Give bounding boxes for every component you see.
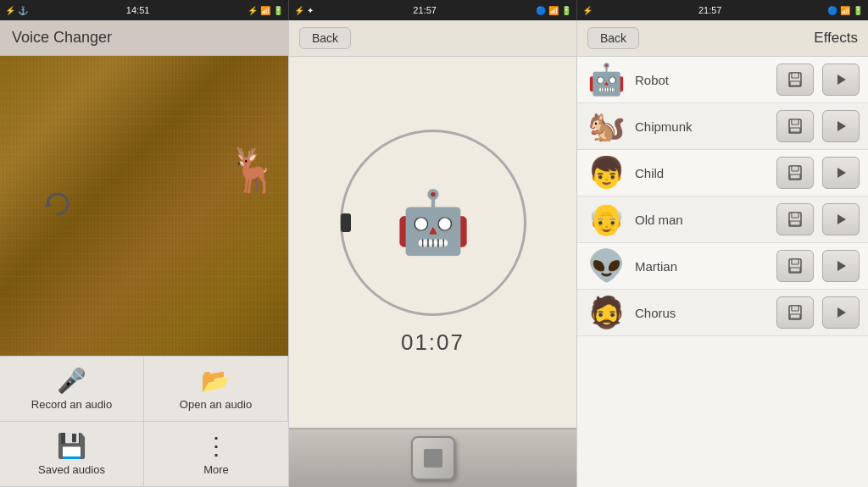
stop-icon [424,449,442,468]
saved-audios-button[interactable]: 💾 Saved audios [0,422,144,487]
status-bar-3: ⚡ 21:57 🔵 📶 🔋 [576,0,868,20]
svg-rect-19 [794,213,797,217]
save-icon: 💾 [57,432,86,460]
save-icon-5 [787,304,804,321]
microphone-icon: 🎤 [57,367,86,395]
effects-list: 🤖 Robot 🐿️ Chipmunk [577,57,868,487]
effect-save-btn-4[interactable] [776,250,814,282]
save-icon-1 [787,118,804,135]
effect-emoji-3: 👴 [586,202,626,237]
effect-save-btn-5[interactable] [776,296,814,329]
recording-main: 🤖 01:07 [289,57,576,428]
effect-save-btn-2[interactable] [776,157,814,189]
effect-name-5: Chorus [635,306,768,320]
play-icon-1 [833,119,849,134]
svg-rect-23 [790,268,800,272]
play-icon-5 [833,305,849,320]
open-audio-label: Open an audio [180,398,252,411]
save-icon-2 [787,164,804,181]
effect-name-3: Old man [635,213,768,227]
svg-rect-18 [790,221,800,225]
status-bar-1-right-icons: ⚡ 📶 🔋 [248,6,283,15]
play-icon-3 [833,212,849,227]
effect-play-btn-4[interactable] [822,250,860,282]
panel-1-background: 🦌 [0,56,288,356]
refresh-icon-container [42,189,73,223]
effect-emoji-0: 🤖 [586,62,626,97]
recording-panel: Back 🤖 01:07 [288,20,576,487]
voice-changer-panel: Voice Changer 🦌 🎤 Record an audio 📂 Open… [0,20,288,487]
effects-header: Back Effects [577,20,868,57]
open-audio-button[interactable]: 📂 Open an audio [144,357,288,422]
effects-panel: Back Effects 🤖 Robot 🐿️ Chipmunk [576,20,868,487]
stop-button[interactable] [411,436,455,480]
svg-rect-24 [794,260,797,263]
panel-1-header: Voice Changer [0,20,288,56]
saved-audios-label: Saved audios [38,463,105,476]
effect-emoji-5: 🧔 [586,295,626,330]
refresh-icon [42,189,73,219]
effect-name-2: Child [635,166,768,180]
effect-save-btn-0[interactable] [776,64,814,96]
svg-rect-13 [790,174,800,179]
effect-play-btn-5[interactable] [822,296,860,329]
svg-marker-30 [837,307,846,318]
status-bar-1: ⚡ ⚓ 14:51 ⚡ 📶 🔋 [0,0,288,20]
more-label: More [203,463,229,476]
svg-marker-15 [837,168,846,178]
effect-row: 👽 Martian [577,243,868,290]
more-button[interactable]: ⋮ More [144,422,288,487]
robot-mascot: 🤖 [395,186,471,258]
svg-rect-28 [790,314,800,318]
effect-play-btn-1[interactable] [822,110,860,142]
status-bar-2-right-icons: 🔵 📶 🔋 [536,6,571,15]
effect-emoji-4: 👽 [586,248,626,284]
play-icon-0 [833,72,849,87]
more-icon: ⋮ [204,432,228,460]
effect-row: 🧔 Chorus [577,290,868,336]
effect-row: 👴 Old man [577,196,868,243]
status-bar-2-time: 21:57 [413,5,437,15]
record-audio-label: Record an audio [31,398,112,411]
svg-marker-25 [837,261,846,271]
effect-row: 🤖 Robot [577,57,868,103]
recording-controls [289,428,576,487]
effect-row: 🐿️ Chipmunk [577,103,868,150]
effects-back-button[interactable]: Back [587,27,639,49]
svg-rect-9 [794,120,797,124]
svg-rect-4 [794,74,797,77]
svg-marker-10 [837,121,846,131]
panel-1-bottom-nav: 🎤 Record an audio 📂 Open an audio 💾 Save… [0,356,288,487]
effect-play-btn-3[interactable] [822,203,860,235]
folder-icon: 📂 [201,367,231,395]
effect-play-btn-2[interactable] [822,157,860,189]
svg-marker-20 [837,214,846,224]
effect-emoji-1: 🐿️ [586,108,626,144]
status-bar-2: ⚡ ✦ 21:57 🔵 📶 🔋 [288,0,576,20]
status-bar-1-left-icons: ⚡ ⚓ [5,6,28,15]
play-icon-2 [833,165,849,180]
recording-circle: 🤖 [340,130,526,316]
effect-name-4: Martian [635,259,768,274]
effect-save-btn-1[interactable] [776,110,814,142]
recording-back-button[interactable]: Back [299,27,351,49]
status-bars: ⚡ ⚓ 14:51 ⚡ 📶 🔋 ⚡ ✦ 21:57 🔵 📶 🔋 ⚡ 21:57 … [0,0,868,20]
svg-rect-8 [790,128,800,132]
svg-marker-5 [837,75,846,85]
record-audio-button[interactable]: 🎤 Record an audio [0,357,144,422]
recording-timer: 01:07 [401,329,465,356]
save-icon-4 [787,257,804,274]
effects-title: Effects [814,30,858,47]
status-bar-3-right-icons: 🔵 📶 🔋 [827,6,863,15]
circle-indicator [341,213,351,232]
recording-header: Back [289,20,576,57]
status-bar-2-left-icons: ⚡ ✦ [294,6,314,15]
effect-play-btn-0[interactable] [822,64,860,96]
save-icon-3 [787,211,804,228]
status-bar-3-time: 21:57 [698,5,722,15]
deer-character: 🦌 [227,146,280,195]
svg-rect-3 [790,81,800,86]
svg-rect-14 [794,167,797,170]
effect-row: 👦 Child [577,150,868,196]
effect-save-btn-3[interactable] [776,203,814,235]
